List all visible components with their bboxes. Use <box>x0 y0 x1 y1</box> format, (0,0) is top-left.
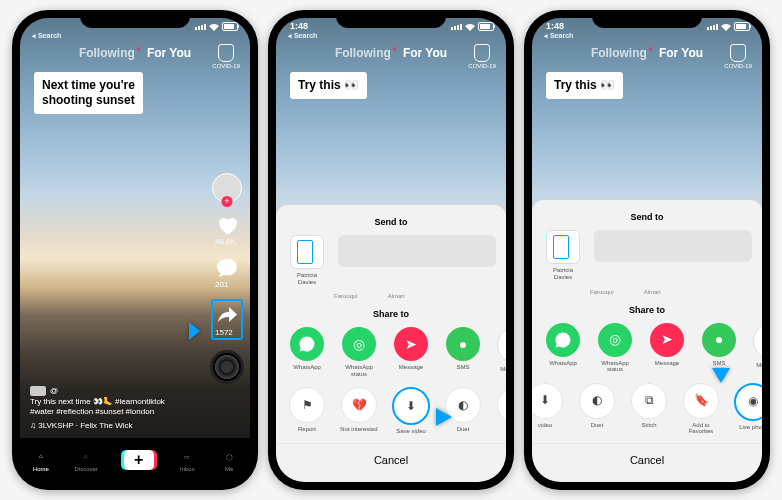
share-messenger[interactable]: Messenger <box>750 323 762 373</box>
action-report[interactable]: ⚑Report <box>286 387 328 435</box>
send-contacts-blurred <box>338 235 496 267</box>
share-whatsapp[interactable]: WhatsApp <box>286 327 328 377</box>
send-to-title: Send to <box>276 213 506 233</box>
flag-icon: ⚑ <box>289 387 325 423</box>
share-button[interactable]: 1572 <box>211 299 243 340</box>
action-not-interested[interactable]: 💔Not interested <box>338 387 380 435</box>
comment-button[interactable]: 201 <box>215 256 239 289</box>
share-message[interactable]: ➤Message <box>390 327 432 377</box>
creator-avatar[interactable]: + <box>212 173 242 203</box>
action-add-favorites[interactable]: 🔖Add toFavorites <box>680 383 722 435</box>
shield-icon <box>730 44 746 62</box>
wifi-icon <box>721 23 731 31</box>
share-whatsapp[interactable]: WhatsApp <box>542 323 584 373</box>
like-button[interactable]: 48,6K <box>215 213 239 246</box>
status-back[interactable]: ◂ Search <box>32 32 61 40</box>
sound-disc[interactable] <box>210 350 244 384</box>
share-messenger[interactable]: Messenger <box>494 327 506 377</box>
action-row-scrolled[interactable]: ⬇video ◐Duet ⧉Stitch 🔖Add toFavorites ◉L… <box>532 381 762 443</box>
action-live-photo[interactable]: ◉Live photo <box>732 383 762 435</box>
action-stitch[interactable]: ⧉Stitch <box>494 387 506 435</box>
tab-foryou[interactable]: For You <box>403 46 447 60</box>
action-stitch[interactable]: ⧉Stitch <box>628 383 670 435</box>
shield-icon <box>218 44 234 62</box>
tab-following[interactable]: Following● <box>79 46 135 60</box>
status-time: 1:48 <box>290 21 308 31</box>
sound-row[interactable]: ♫ 3LVKSHP · Felix The Wick <box>30 421 195 432</box>
share-sheet: Send to PatriciaDavies Farooqui Almari S… <box>532 200 762 482</box>
status-time: 1:48 <box>546 21 564 31</box>
messenger-icon <box>497 327 506 363</box>
video-caption-overlay: Next time you'reshooting sunset <box>34 72 143 114</box>
share-sms[interactable]: ●SMS <box>442 327 484 377</box>
send-contact-patricia[interactable]: PatriciaDavies <box>542 230 584 280</box>
signal-icon <box>707 24 718 30</box>
tab-foryou[interactable]: For You <box>147 46 191 60</box>
right-action-rail: + 48,6K 201 1572 <box>210 173 244 384</box>
status-back[interactable]: ◂ Search <box>544 32 573 40</box>
video-caption-overlay: Try this 👀 <box>290 72 367 99</box>
send-contact-patricia[interactable]: PatriciaDavies <box>286 235 328 285</box>
cancel-button[interactable]: Cancel <box>532 443 762 482</box>
screen-3: 1:48 ◂ Search Following● For You COVID-1… <box>532 18 762 482</box>
messenger-icon <box>753 323 762 359</box>
share-whatsapp-status[interactable]: ◎WhatsAppstatus <box>594 323 636 373</box>
screen-2: 1:48 ◂ Search Following● For You COVID-1… <box>276 18 506 482</box>
status-icons <box>707 22 750 31</box>
whatsapp-icon <box>290 327 324 361</box>
notch <box>592 10 702 28</box>
live-photo-icon: ◉ <box>734 383 762 421</box>
wifi-icon <box>465 23 475 31</box>
covid-badge[interactable]: COVID-19 <box>212 44 240 69</box>
tab-discover[interactable]: ⌕Discover <box>75 448 98 472</box>
username-row[interactable]: @ <box>30 386 195 397</box>
send-contacts-blurred <box>594 230 752 262</box>
notch <box>80 10 190 28</box>
battery-icon <box>222 22 238 31</box>
send-to-title: Send to <box>532 208 762 228</box>
covid-badge[interactable]: COVID-19 <box>724 44 752 69</box>
cancel-button[interactable]: Cancel <box>276 443 506 482</box>
share-message[interactable]: ➤Message <box>646 323 688 373</box>
send-to-row[interactable]: PatriciaDavies <box>276 233 506 293</box>
screen-1: ◂ Search Following● For You COVID-19 Nex… <box>20 18 250 482</box>
action-duet[interactable]: ◐Duet <box>576 383 618 435</box>
annotation-arrow-livephoto <box>704 328 738 390</box>
broken-heart-icon: 💔 <box>341 387 377 423</box>
shield-icon <box>474 44 490 62</box>
annotation-arrow-scroll <box>384 402 454 436</box>
whatsapp-status-icon: ◎ <box>342 327 376 361</box>
covid-badge[interactable]: COVID-19 <box>468 44 496 69</box>
stitch-icon: ⧉ <box>631 383 667 419</box>
status-back[interactable]: ◂ Search <box>288 32 317 40</box>
share-whatsapp-status[interactable]: ◎WhatsAppstatus <box>338 327 380 377</box>
follow-plus-icon[interactable]: + <box>222 196 233 207</box>
share-to-title: Share to <box>532 301 762 321</box>
search-icon: ⌕ <box>78 448 94 464</box>
share-to-title: Share to <box>276 305 506 325</box>
download-icon: ⬇ <box>532 383 563 419</box>
notch <box>336 10 446 28</box>
action-save-video[interactable]: ⬇video <box>532 383 566 435</box>
status-icons <box>451 22 494 31</box>
tab-following[interactable]: Following● <box>591 46 647 60</box>
whatsapp-status-icon: ◎ <box>598 323 632 357</box>
tab-me[interactable]: ◯Me <box>221 448 237 472</box>
battery-icon <box>478 22 494 31</box>
duet-icon: ◐ <box>579 383 615 419</box>
caption-text[interactable]: Try this next time 👀🦶 #learnontiktok#wat… <box>30 397 195 419</box>
share-sheet: Send to PatriciaDavies Farooqui Almari S… <box>276 205 506 482</box>
wifi-icon <box>209 23 219 31</box>
tab-foryou[interactable]: For You <box>659 46 703 60</box>
share-to-row[interactable]: WhatsApp ◎WhatsAppstatus ➤Message ●SMS M… <box>276 325 506 385</box>
message-icon: ➤ <box>394 327 428 361</box>
send-to-row[interactable]: PatriciaDavies <box>532 228 762 288</box>
tab-following[interactable]: Following● <box>335 46 391 60</box>
create-button[interactable]: + <box>124 450 154 470</box>
tab-home[interactable]: ⌂Home <box>33 448 49 472</box>
video-caption-overlay: Try this 👀 <box>546 72 623 99</box>
tab-inbox[interactable]: ▭Inbox <box>179 448 195 472</box>
signal-icon <box>195 24 206 30</box>
sms-icon: ● <box>446 327 480 361</box>
phone-frame-1: ◂ Search Following● For You COVID-19 Nex… <box>12 10 258 490</box>
